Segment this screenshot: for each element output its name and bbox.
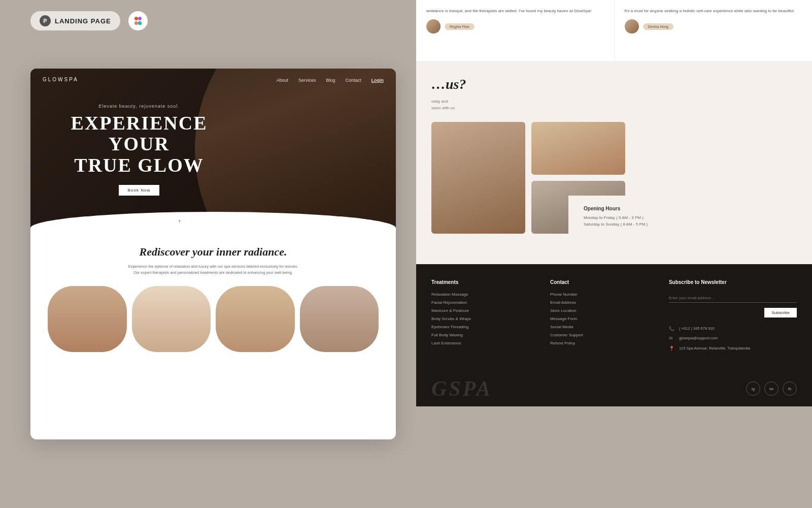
nav-about[interactable]: About (276, 75, 288, 84)
badge-p-icon: P (40, 15, 51, 26)
choose-desc: oday and ssion with us. (431, 99, 594, 112)
choose-title: …us? (431, 76, 797, 92)
landing-page-badge: P LANDING PAGE (30, 11, 120, 30)
footer-treatment-3[interactable]: Manicure & Pedicure (431, 308, 530, 313)
footer-contact-7[interactable]: Refund Policy (550, 341, 649, 345)
footer-contact-col: Contact Phone Number Email Address Store… (550, 279, 649, 391)
footer-newsletter-title: Subscribe to Newsletter (669, 279, 797, 285)
top-bar: P LANDING PAGE (30, 11, 148, 30)
footer-contact-info: 📞 ( +012 ) 345 678 910 ✉ glowspa@support… (669, 326, 797, 351)
badge-label: LANDING PAGE (55, 17, 111, 25)
hours-row-1: Monday to Friday ( 9 AM - 3 PM ) (584, 215, 797, 220)
hero-address: 📍 123 Spa Avenue, Relaxville, Tranquilan… (177, 220, 249, 224)
testimonial-text-2: It's a must for anyone seeking a holisti… (625, 8, 802, 14)
footer-treatments-title: Treatments (431, 279, 530, 285)
subscribe-button[interactable]: Subscribe (764, 308, 797, 318)
testimonial-card-1: ambiance is tranquil, and the therapists… (416, 0, 615, 61)
newsletter-email-input[interactable] (669, 294, 797, 303)
footer-treatment-5[interactable]: Eyebrows Threading (431, 325, 530, 329)
hours-title: Opening Hours (584, 206, 797, 211)
svg-rect-1 (134, 21, 138, 25)
hero-section: GLOWSPA About Services Blog Contact Logi… (30, 69, 396, 231)
footer-phone: ( +012 ) 345 678 910 (679, 326, 715, 331)
footer-contact-2[interactable]: Email Address (550, 300, 649, 305)
book-now-button[interactable]: Book Now (119, 185, 159, 196)
hero-nav: GLOWSPA About Services Blog Contact Logi… (30, 69, 396, 90)
nav-links: About Services Blog Contact Login (276, 75, 384, 84)
footer-address-item: 📍 123 Spa Avenue, Relaxville, Tranquilan… (669, 345, 797, 351)
service-image-1 (48, 286, 127, 352)
footer-social-row: ig tw fb (746, 382, 797, 396)
testimonial-avatar-2 (625, 19, 639, 34)
landing-mockup: GLOWSPA About Services Blog Contact Logi… (30, 69, 396, 439)
testimonial-text-1: ambiance is tranquil, and the therapists… (426, 8, 604, 14)
footer-bottom-row: GSPA ig tw fb (431, 378, 797, 399)
nav-contact[interactable]: Contact (345, 75, 361, 84)
opening-hours-panel: Opening Hours Monday to Friday ( 9 AM - … (568, 196, 812, 239)
footer-contact-1[interactable]: Phone Number (550, 292, 649, 297)
testimonial-card-2: It's a must for anyone seeking a holisti… (615, 0, 813, 61)
footer-treatment-6[interactable]: Full Body Waxing (431, 333, 530, 337)
svg-rect-4 (138, 21, 142, 25)
twitter-button[interactable]: tw (764, 382, 779, 396)
testimonial-avatar-1 (426, 19, 441, 34)
footer-treatment-4[interactable]: Body Scrubs & Wraps (431, 316, 530, 321)
footer-panel: Treatments Relaxation Massage Facial Rej… (416, 264, 812, 406)
nav-login[interactable]: Login (371, 75, 384, 84)
hours-row-2: Saturday to Sunday ( 8 AM - 5 PM ) (584, 222, 797, 227)
footer-email: glowspa@support.com (679, 335, 718, 341)
footer-newsletter-col: Subscribe to Newsletter Subscribe 📞 ( +0… (669, 279, 797, 391)
footer-treatment-2[interactable]: Facial Rejuvenation (431, 300, 530, 305)
choose-image-main (431, 122, 525, 234)
middle-title: Rediscover your inner radiance. (43, 245, 384, 259)
footer-contact-4[interactable]: Message Form (550, 316, 649, 321)
footer-contact-5[interactable]: Social Media (550, 325, 649, 329)
testimonials-panel: ambiance is tranquil, and the therapists… (416, 0, 812, 61)
footer-contact-3[interactable]: Store Location (550, 308, 649, 313)
footer-phone-item: 📞 ( +012 ) 345 678 910 (669, 326, 797, 331)
footer-brand-big: GSPA (431, 378, 492, 399)
svg-rect-0 (134, 17, 138, 20)
footer-email-item: ✉ glowspa@support.com (669, 335, 797, 341)
testimonial-name-2: Devina Hong (643, 23, 673, 30)
service-image-3 (216, 286, 295, 352)
service-image-4 (300, 286, 379, 352)
footer-contact-title: Contact (550, 279, 649, 285)
service-images-row (43, 286, 384, 352)
site-logo: GLOWSPA (43, 77, 79, 82)
nav-services[interactable]: Services (298, 75, 316, 84)
hero-title: EXPERIENCE YOUR TRUE GLOW (43, 113, 235, 176)
footer-address: 123 Spa Avenue, Relaxville, Tranquilandi… (679, 345, 750, 351)
testimonial-author-row-2: Devina Hong (625, 19, 802, 34)
footer-treatment-1[interactable]: Relaxation Massage (431, 292, 530, 297)
choose-image-small-1 (531, 122, 625, 175)
footer-contact-6[interactable]: Customer Support (550, 333, 649, 337)
service-image-2 (132, 286, 211, 352)
phone-icon: 📞 (669, 326, 675, 331)
nav-blog[interactable]: Blog (326, 75, 335, 84)
testimonial-name-1: Regina Flow (445, 23, 475, 30)
footer-treatment-7[interactable]: Lash Extensions (431, 341, 530, 345)
hero-subtitle: Elevate beauty, rejuvenate soul. (43, 104, 235, 109)
facebook-button[interactable]: fb (783, 382, 797, 396)
figma-icon[interactable] (128, 11, 148, 30)
svg-rect-2 (138, 17, 142, 20)
testimonial-author-row-1: Regina Flow (426, 19, 604, 34)
email-icon: ✉ (669, 336, 675, 341)
location-icon: 📍 (669, 346, 675, 351)
middle-description: Experience the epitome of relaxation and… (91, 264, 335, 276)
hero-content: Elevate beauty, rejuvenate soul. EXPERIE… (43, 104, 235, 196)
middle-section: Rediscover your inner radiance. Experien… (30, 231, 396, 360)
footer-treatments-col: Treatments Relaxation Massage Facial Rej… (431, 279, 530, 391)
instagram-button[interactable]: ig (746, 382, 760, 396)
